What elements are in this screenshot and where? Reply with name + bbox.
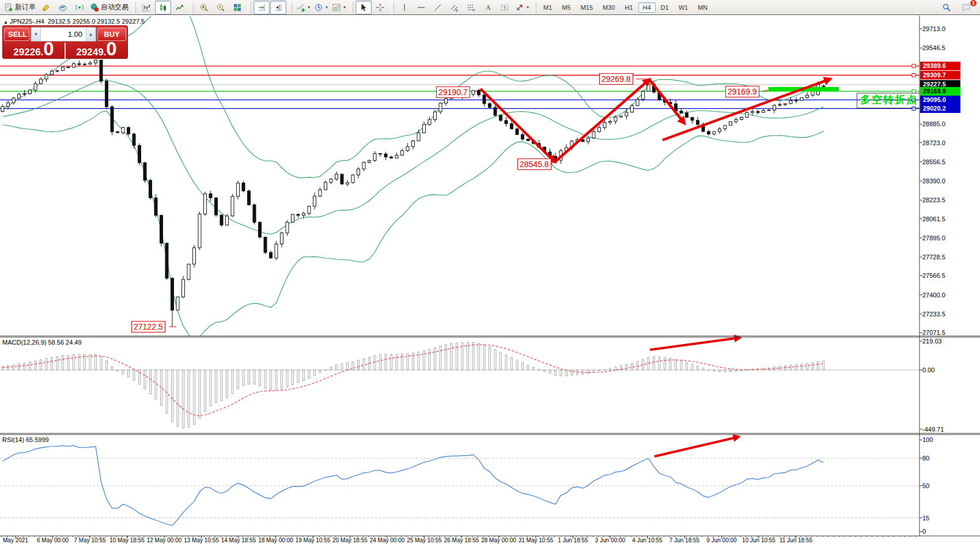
crosshair-icon bbox=[376, 3, 385, 12]
chart-window[interactable]: ▲JPN225-,H4 29132.5 29255.0 29132.5 2922… bbox=[0, 16, 980, 544]
time-tick-label: May 2021 bbox=[3, 537, 28, 543]
zoom-in-button[interactable] bbox=[196, 1, 212, 14]
trendline-button[interactable] bbox=[430, 1, 446, 14]
rsi-axis-label: 100 bbox=[922, 436, 933, 443]
dropdown-caret-icon: ▾ bbox=[308, 5, 310, 10]
toolbar-separator bbox=[289, 2, 292, 13]
svg-text:T: T bbox=[504, 5, 506, 10]
time-tick-label: 6 May 00:00 bbox=[37, 537, 69, 543]
autotrading-icon bbox=[90, 3, 99, 12]
fibonacci-icon: F bbox=[467, 3, 476, 12]
price-tick-label: 28556.5 bbox=[922, 158, 945, 165]
autotrading-button[interactable]: 自动交易 bbox=[88, 1, 130, 14]
fibonacci-button[interactable]: F bbox=[463, 1, 479, 14]
dropdown-caret-icon: ▾ bbox=[527, 5, 529, 10]
toolbar-separator bbox=[248, 2, 251, 13]
time-tick-label: 14 May 18:55 bbox=[221, 537, 256, 543]
tile-windows-button[interactable] bbox=[229, 1, 245, 14]
timeframe-h1-button[interactable]: H1 bbox=[620, 2, 637, 13]
price-badge: 29169.9 bbox=[920, 87, 960, 96]
rsi-axis-label: 0 bbox=[922, 528, 926, 535]
timeframe-m30-button[interactable]: M30 bbox=[598, 2, 619, 13]
price-annotation-label[interactable]: 29169.9 bbox=[725, 86, 759, 97]
new-order-button[interactable]: 新订单 bbox=[2, 1, 37, 14]
indicators-button[interactable]: ▾ bbox=[294, 1, 312, 14]
collapse-panel-icon[interactable]: ▲ bbox=[3, 20, 8, 25]
main-toolbar: 新订单自动交易▾▾▾EFAT▾M1M5M15M30H1H4D1W1MN 1 bbox=[0, 0, 980, 15]
one-click-trading-panel: SELL ▼ ▲ BUY 29226.0 29249.0 bbox=[2, 25, 128, 59]
zoom-in-icon bbox=[199, 3, 209, 12]
zoom-out-button[interactable] bbox=[213, 1, 229, 14]
toolbar-buttons: 新订单自动交易▾▾▾EFAT▾M1M5M15M30H1H4D1W1MN bbox=[2, 1, 712, 14]
time-tick-label: 10 Jun 10:55 bbox=[742, 537, 775, 543]
chart-shift-icon bbox=[274, 3, 283, 12]
cursor-button[interactable] bbox=[355, 1, 372, 14]
price-annotation-label[interactable]: 28545.8 bbox=[517, 158, 551, 170]
chat-button[interactable]: 1 bbox=[958, 1, 974, 14]
signals-button[interactable] bbox=[71, 1, 88, 14]
trendline-icon bbox=[433, 3, 442, 12]
market-watch-icon bbox=[58, 3, 67, 12]
svg-text:F: F bbox=[473, 9, 475, 12]
market-watch-button[interactable] bbox=[55, 1, 71, 14]
toolbar-separator bbox=[533, 2, 536, 13]
arrows-icon bbox=[515, 3, 524, 12]
line-chart-button[interactable] bbox=[172, 1, 188, 14]
price-tick-label: 27071.5 bbox=[922, 329, 945, 336]
search-button[interactable] bbox=[939, 1, 955, 14]
price-annotation-label[interactable]: 29190.7 bbox=[436, 86, 470, 98]
macd-indicator-label: MACD(12,26,9) 58.56 24.49 bbox=[2, 339, 82, 346]
cursor-icon bbox=[359, 3, 368, 12]
text-icon: A bbox=[483, 3, 493, 12]
timeframe-w1-button[interactable]: W1 bbox=[674, 2, 693, 13]
timeframe-h4-button[interactable]: H4 bbox=[638, 2, 656, 13]
time-tick-label: 12 May 00:00 bbox=[147, 537, 182, 543]
time-tick-label: 1 Jun 18:55 bbox=[558, 537, 588, 543]
timeframe-m5-button[interactable]: M5 bbox=[557, 2, 575, 13]
price-annotation-label[interactable]: 27122.5 bbox=[131, 321, 165, 333]
dropdown-caret-icon: ▾ bbox=[343, 5, 346, 10]
timeframe-d1-button[interactable]: D1 bbox=[656, 2, 673, 13]
price-tick-label: 28223.5 bbox=[922, 197, 945, 203]
timeframe-mn-button[interactable]: MN bbox=[693, 2, 712, 13]
time-tick-label: 31 May 10:55 bbox=[519, 537, 554, 543]
price-badge: 29095.0 bbox=[920, 96, 960, 104]
equidistant-channel-button[interactable]: E bbox=[447, 1, 463, 14]
chart-canvas[interactable] bbox=[0, 0, 980, 544]
text-button[interactable]: A bbox=[480, 1, 496, 14]
bar-chart-button[interactable] bbox=[138, 1, 154, 14]
price-tick-label: 27400.0 bbox=[922, 292, 945, 299]
templates-icon bbox=[332, 3, 341, 12]
buy-price[interactable]: 29249.0 bbox=[66, 39, 127, 59]
label-button[interactable]: T bbox=[497, 1, 513, 14]
rsi-indicator-label: RSI(14) 65.5999 bbox=[2, 436, 49, 443]
trend-arrows[interactable] bbox=[169, 79, 830, 456]
vertical-line-button[interactable] bbox=[396, 1, 413, 14]
sell-price[interactable]: 29226.0 bbox=[3, 39, 65, 59]
time-tick-label: 9 Jun 00:00 bbox=[706, 537, 736, 543]
periods-button[interactable]: ▾ bbox=[312, 1, 330, 14]
horizontal-line-icon bbox=[417, 3, 426, 12]
rsi-axis-label: 80 bbox=[922, 455, 929, 462]
timeframe-m15-button[interactable]: M15 bbox=[576, 2, 597, 13]
svg-text:E: E bbox=[456, 9, 458, 12]
time-tick-label: 10 May 18:55 bbox=[109, 537, 145, 543]
auto-scroll-button[interactable] bbox=[253, 1, 270, 14]
price-badge: 29309.7 bbox=[920, 71, 960, 80]
templates-button[interactable]: ▾ bbox=[330, 1, 347, 14]
time-tick-label: 26 May 18:55 bbox=[444, 537, 479, 543]
timeframe-m1-button[interactable]: M1 bbox=[539, 2, 557, 13]
chart-note-annotation[interactable]: 多空转折点 bbox=[857, 93, 921, 108]
price-tick-label: 28390.0 bbox=[922, 177, 945, 184]
chart-shift-button[interactable] bbox=[270, 1, 286, 14]
price-annotation-label[interactable]: 29269.8 bbox=[599, 73, 633, 85]
autotrading-label: 自动交易 bbox=[101, 2, 128, 12]
crosshair-button[interactable] bbox=[372, 1, 388, 14]
arrows-button[interactable]: ▾ bbox=[513, 1, 531, 14]
candlestick-button[interactable] bbox=[155, 1, 171, 14]
horizontal-line-button[interactable] bbox=[413, 1, 429, 14]
time-tick-label: 7 Jun 18:55 bbox=[669, 537, 699, 543]
eraser-button[interactable] bbox=[38, 1, 54, 14]
time-tick-label: 11 Jun 18:55 bbox=[780, 537, 812, 543]
macd-axis-label: -449.71 bbox=[922, 426, 944, 433]
